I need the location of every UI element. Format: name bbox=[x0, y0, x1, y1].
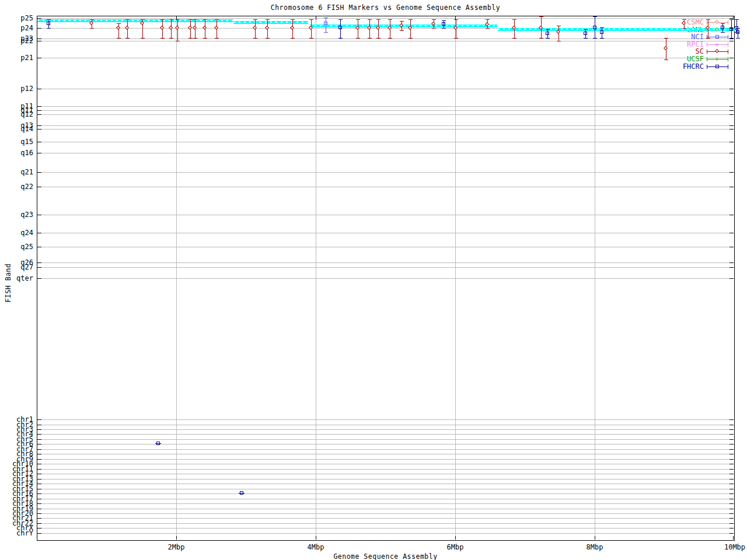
errorbar-cap bbox=[546, 38, 550, 38]
y-tick-label-q12: q12 bbox=[0, 111, 33, 118]
errorbar-cap bbox=[47, 28, 51, 29]
x-tick-label-4Mbp: 4Mbp bbox=[298, 544, 333, 551]
y-tick-right bbox=[729, 503, 734, 504]
y-tick-left bbox=[37, 110, 41, 111]
y-tick-right bbox=[729, 523, 734, 524]
errorbar-cap bbox=[442, 28, 446, 29]
y-tick-left bbox=[37, 434, 41, 435]
y-tick-left bbox=[37, 262, 41, 263]
gridline-y-chrY bbox=[37, 533, 734, 534]
errorbar-cap bbox=[324, 18, 328, 18]
y-tick-label-p21: p21 bbox=[0, 54, 33, 61]
gridline-y-chr22 bbox=[37, 523, 734, 524]
gridline-y-p23 bbox=[37, 38, 734, 39]
gridline-y-chr4 bbox=[37, 434, 734, 435]
errorbar-cap bbox=[388, 19, 392, 20]
chart-title: Chromosome 6 FISH Markers vs Genome Sequ… bbox=[37, 4, 734, 12]
y-tick-label-q15: q15 bbox=[0, 138, 33, 145]
x-tick-label-8Mbp: 8Mbp bbox=[577, 544, 612, 551]
errorbar-cap bbox=[160, 19, 165, 20]
y-tick-right bbox=[729, 172, 734, 173]
errorbar-cap bbox=[324, 32, 328, 33]
errorbar-cap bbox=[557, 26, 561, 26]
y-tick-label-p12: p12 bbox=[0, 85, 33, 92]
y-tick-right bbox=[729, 142, 734, 142]
errorbar-cap bbox=[356, 38, 360, 38]
data-point-FHCRC-square-icon bbox=[584, 32, 587, 35]
legend-label-FHCRC: FHCRC bbox=[683, 63, 704, 70]
legend-sample-cap bbox=[728, 57, 728, 61]
y-tick-left bbox=[37, 153, 41, 153]
gridline-y-q21 bbox=[37, 172, 734, 173]
errorbar-cap bbox=[141, 19, 145, 20]
y-tick-right bbox=[729, 41, 734, 41]
chart-canvas: Chromosome 6 FISH Markers vs Genome Sequ… bbox=[0, 0, 747, 560]
errorbar-cap bbox=[125, 19, 130, 20]
errorbar-cap bbox=[117, 23, 121, 24]
errorbar-cap bbox=[512, 19, 516, 20]
data-point-FHCRC-square-icon bbox=[240, 491, 243, 495]
errorbar-cap bbox=[291, 19, 295, 20]
gridline-y-chr9 bbox=[37, 459, 734, 460]
y-tick-right bbox=[729, 439, 734, 440]
y-tick-right bbox=[729, 484, 734, 484]
y-tick-left bbox=[37, 38, 41, 39]
gridline-y-q16 bbox=[37, 153, 734, 153]
legend-label-NCI: NCI bbox=[691, 33, 704, 40]
y-tick-left bbox=[37, 469, 41, 470]
gridline-y-chr16 bbox=[37, 494, 734, 494]
y-tick-left bbox=[37, 459, 41, 460]
x-tick-top bbox=[316, 16, 316, 20]
errorbar-cap bbox=[309, 38, 313, 38]
y-tick-left bbox=[37, 233, 41, 233]
y-tick-left bbox=[37, 278, 41, 279]
y-tick-label-q22: q22 bbox=[0, 183, 33, 190]
y-tick-right bbox=[729, 518, 734, 519]
y-tick-left bbox=[37, 187, 41, 187]
gridline-y-chr6 bbox=[37, 444, 734, 444]
gridline-y-chr2 bbox=[37, 425, 734, 425]
y-tick-left bbox=[37, 439, 41, 440]
y-tick-right bbox=[729, 494, 734, 494]
data-point-FHCRC-square-icon bbox=[442, 22, 445, 26]
gridline-y-q26 bbox=[37, 262, 734, 263]
y-tick-label-p22: p22 bbox=[0, 37, 33, 44]
y-tick-left bbox=[37, 533, 41, 534]
gridline-y-q22 bbox=[37, 187, 734, 187]
errorbar-cap bbox=[584, 38, 588, 38]
errorbar-cap bbox=[189, 38, 193, 38]
gridline-y-qter bbox=[37, 278, 734, 279]
legend-sample-cap bbox=[707, 43, 707, 47]
y-tick-left bbox=[37, 523, 41, 524]
y-tick-right bbox=[729, 267, 734, 268]
gridline-y-q25 bbox=[37, 247, 734, 247]
errorbar-cap bbox=[736, 28, 740, 29]
x-tick-bottom bbox=[176, 536, 177, 540]
y-tick-left bbox=[37, 142, 41, 142]
errorbar-cap bbox=[193, 38, 197, 38]
y-tick-right bbox=[729, 513, 734, 514]
errorbar-cap bbox=[432, 19, 436, 20]
gridline-x-6Mbp bbox=[455, 16, 456, 540]
errorbar-cap bbox=[706, 38, 710, 38]
gridline-x-4Mbp bbox=[316, 16, 316, 540]
y-tick-label-q24: q24 bbox=[0, 229, 33, 236]
gridline-y-chrX bbox=[37, 528, 734, 528]
y-tick-left bbox=[37, 494, 41, 494]
legend-sample-cap bbox=[707, 57, 707, 61]
y-tick-right bbox=[729, 187, 734, 187]
y-tick-left bbox=[37, 513, 41, 514]
errorbar-cap bbox=[90, 28, 94, 29]
y-tick-left bbox=[37, 464, 41, 464]
y-tick-right bbox=[729, 489, 734, 489]
gridline-y-q24 bbox=[37, 233, 734, 233]
data-point-FHCRC-square-icon bbox=[47, 22, 50, 25]
errorbar-cap bbox=[454, 38, 458, 38]
legend-sample-cap bbox=[728, 50, 728, 54]
y-tick-left bbox=[37, 503, 41, 504]
gridline-y-chr15 bbox=[37, 489, 734, 489]
y-tick-right bbox=[729, 444, 734, 444]
data-point-FHCRC-square-icon bbox=[721, 26, 724, 29]
errorbar-cap bbox=[442, 20, 446, 21]
gridline-y-chr7 bbox=[37, 449, 734, 450]
